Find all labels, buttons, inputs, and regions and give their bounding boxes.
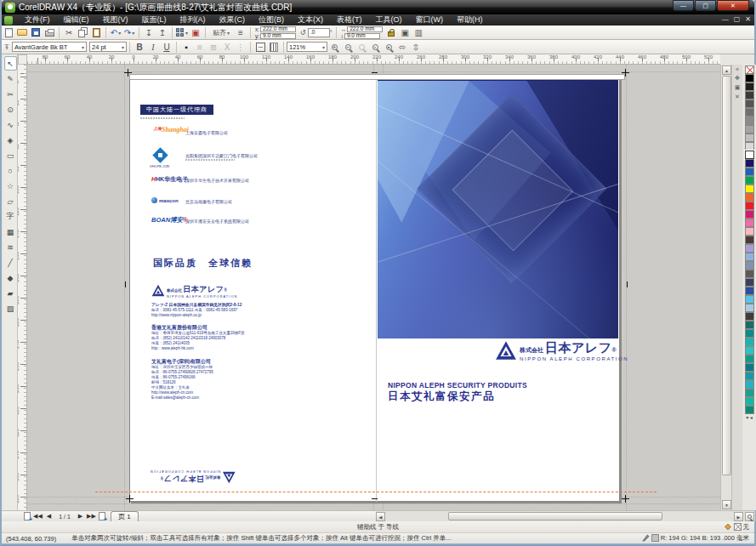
guideline[interactable] <box>95 492 657 492</box>
freehand-tool-icon[interactable]: ∿ <box>4 117 17 132</box>
minimize-button[interactable]: — <box>673 0 694 11</box>
color-swatch[interactable] <box>745 100 754 108</box>
color-swatch[interactable] <box>745 346 754 355</box>
menu-item-6[interactable]: 效果(C) <box>213 14 253 26</box>
blend-tool-icon[interactable]: ≋ <box>4 240 17 254</box>
color-swatch[interactable] <box>745 253 754 261</box>
vertical-scrollbar[interactable]: ▲ ▼ <box>720 65 731 510</box>
close-button[interactable]: ✕ <box>717 0 749 11</box>
drawing-canvas[interactable]: 中国大陆一级代理商 上海Shanghai 上海安霎电子有限公司 VHOPE-光阳… <box>27 65 720 510</box>
object-width-input[interactable]: 222.0 mm <box>347 26 383 32</box>
selection-handle-bl[interactable] <box>126 495 134 503</box>
page-tab[interactable]: 页 1 <box>111 511 139 521</box>
scroll-left-button[interactable]: ◀ <box>376 512 385 521</box>
edit-text-icon[interactable] <box>253 41 267 54</box>
selection-handle-tl[interactable] <box>124 69 132 77</box>
columns-icon[interactable] <box>267 41 281 54</box>
snap-to-button[interactable]: 贴齐▾ <box>208 26 234 39</box>
bold-button[interactable]: B <box>133 41 146 54</box>
color-swatch[interactable] <box>745 338 754 346</box>
menu-item-2[interactable]: 编辑(E) <box>57 14 96 26</box>
zoom-tool-icon[interactable]: ⊙ <box>4 102 17 117</box>
zoom-one-icon[interactable] <box>355 41 368 54</box>
vertical-ruler[interactable]: 0204060801001201401601802002202402602803… <box>18 65 27 510</box>
prev-page-button[interactable]: ◀ <box>43 513 54 520</box>
zoom-in-icon[interactable]: + <box>327 41 341 54</box>
color-swatch[interactable] <box>745 355 754 363</box>
crop-tool-icon[interactable]: ✂ <box>4 87 17 101</box>
next-page-button[interactable]: ▶ <box>75 513 86 520</box>
cut-icon[interactable]: ✂ <box>62 26 76 39</box>
menu-item-4[interactable]: 版面(L) <box>135 14 173 26</box>
bullet-list-icon[interactable]: ≡ <box>193 41 207 54</box>
outline-pen-tool-icon[interactable]: ◆ <box>4 270 17 285</box>
color-swatch[interactable] <box>745 227 754 236</box>
color-swatch[interactable] <box>745 185 754 193</box>
color-swatch[interactable] <box>745 210 754 219</box>
pan-zoom-button[interactable] <box>745 512 754 521</box>
color-swatch[interactable] <box>745 397 754 406</box>
text-format-icon[interactable]: ▪ <box>179 41 193 54</box>
color-swatch[interactable] <box>745 244 754 253</box>
color-swatch[interactable] <box>745 193 754 202</box>
color-swatch[interactable] <box>745 159 754 168</box>
selection-handle-ml[interactable] <box>125 282 126 287</box>
menu-item-9[interactable]: 表格(T) <box>330 14 369 26</box>
color-swatch[interactable] <box>745 142 754 151</box>
position-y-input[interactable]: 9.0 mm <box>260 33 296 39</box>
font-size-select[interactable]: 24 pt▾ <box>89 42 127 52</box>
zoom-out-icon[interactable]: − <box>341 41 355 54</box>
font-family-select[interactable]: AvantGarde Bk BT▾ <box>12 42 87 52</box>
rotation-angle-input[interactable]: .0 <box>308 28 330 37</box>
table-tool-icon[interactable]: ▦ <box>4 225 17 239</box>
doc-restore-button[interactable]: ▢ <box>734 15 741 23</box>
indent-icon[interactable]: ≣ <box>207 41 220 54</box>
horizontal-ruler[interactable]: 1008060402002040608010012014016018020022… <box>27 54 720 65</box>
app-launcher-icon[interactable]: ▾ <box>175 26 189 39</box>
color-swatch[interactable] <box>745 380 754 389</box>
maximize-button[interactable]: ▢ <box>695 0 716 11</box>
doc-close-button[interactable]: ✕ <box>745 15 751 23</box>
color-swatch[interactable] <box>745 270 754 278</box>
zoom-page-height-icon[interactable]: ⇳ <box>409 41 423 54</box>
color-swatch[interactable] <box>745 151 754 159</box>
selection-handle-br[interactable] <box>622 495 629 503</box>
color-swatch[interactable] <box>745 91 754 100</box>
color-swatch[interactable] <box>745 406 754 414</box>
apply-icon[interactable]: ▥ <box>412 26 425 39</box>
save-icon[interactable] <box>29 26 43 39</box>
color-swatch[interactable] <box>745 363 754 372</box>
redo-icon[interactable]: ↷▾ <box>122 26 136 39</box>
ellipse-tool-icon[interactable]: ○ <box>4 163 17 178</box>
basic-shapes-tool-icon[interactable]: ▱ <box>4 194 17 208</box>
color-swatch[interactable] <box>745 125 754 134</box>
first-page-button[interactable]: ◀◀ <box>32 513 43 520</box>
copy-icon[interactable] <box>76 26 89 39</box>
color-swatch[interactable] <box>745 329 754 338</box>
color-swatch[interactable] <box>745 134 754 142</box>
color-swatch[interactable] <box>745 278 754 287</box>
docker-properties-icon[interactable]: ▣ <box>735 84 741 91</box>
interactive-fill-tool-icon[interactable]: ▨ <box>4 301 17 316</box>
options-icon[interactable]: ≡ <box>234 26 247 39</box>
last-page-button[interactable]: ▶▶ <box>86 513 97 520</box>
new-document-icon[interactable] <box>2 26 15 39</box>
italic-button[interactable]: I <box>146 41 160 54</box>
zoom-page-width-icon[interactable]: ⬄ <box>395 41 409 54</box>
position-x-input[interactable]: 222.0 mm <box>260 26 296 32</box>
print-icon[interactable] <box>43 26 56 39</box>
color-swatch[interactable] <box>745 202 754 210</box>
color-swatch[interactable] <box>745 304 754 312</box>
menu-item-7[interactable]: 位图(B) <box>252 14 291 26</box>
zoom-level-select[interactable]: 121%▾ <box>287 42 327 52</box>
shape-tool-icon[interactable]: ✎ <box>4 71 17 86</box>
doc-minimize-button[interactable]: — <box>722 15 729 23</box>
color-swatch[interactable] <box>745 372 754 380</box>
color-swatch[interactable] <box>745 176 754 185</box>
zoom-selected-icon[interactable]: ▫ <box>368 41 382 54</box>
selection-handle-tr[interactable] <box>622 69 629 77</box>
eyedropper-tool-icon[interactable]: ╱ <box>4 255 17 270</box>
menu-item-10[interactable]: 工具(O) <box>369 14 409 26</box>
scroll-right-button[interactable]: ▶ <box>734 512 743 521</box>
smart-fill-tool-icon[interactable]: ◈ <box>4 133 17 147</box>
